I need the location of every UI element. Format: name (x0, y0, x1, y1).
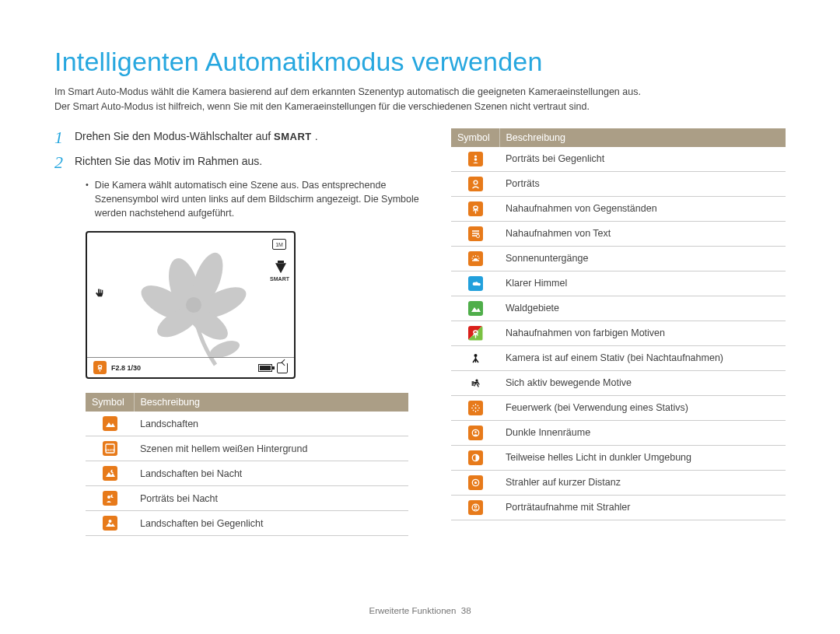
table-row: Kamera ist auf einem Stativ (bei Nachtau… (451, 345, 786, 370)
cell-desc: Sich aktiv bewegende Motive (499, 370, 786, 395)
partial-light-icon (468, 450, 483, 465)
page-title: Intelligenten Automatikmodus verwenden (54, 47, 786, 77)
cell-icon (451, 246, 499, 271)
resolution-label: 1M (275, 242, 283, 247)
table-row: Sich aktiv bewegende Motive (451, 370, 786, 395)
th-desc: Beschreibung (134, 393, 408, 412)
smart-label: SMART (274, 131, 312, 142)
table-row: Porträts bei Nacht (86, 486, 408, 511)
indoor-icon (468, 426, 483, 440)
cell-icon (451, 271, 499, 296)
cell-desc: Porträtaufnahme mit Strahler (499, 495, 786, 520)
table-row: Feuerwerk (bei Verwendung eines Stativs) (451, 395, 786, 420)
table-row: Nahaufnahmen von farbigen Motiven (451, 321, 786, 345)
fireworks-icon (468, 401, 483, 415)
cell-icon (451, 420, 499, 445)
cell-icon (451, 171, 499, 196)
cell-icon (451, 495, 499, 520)
camera-screen-illustration: 1M SMART (86, 231, 296, 379)
cell-icon (451, 445, 499, 470)
cell-desc: Porträts bei Gegenlicht (499, 147, 786, 172)
macro-text-icon (468, 226, 483, 241)
cell-icon (451, 221, 499, 246)
table-row: Nahaufnahmen von Text (451, 221, 786, 246)
cell-desc: Kamera ist auf einem Stativ (bei Nachtau… (499, 345, 786, 370)
cell-desc: Sonnenuntergänge (499, 246, 786, 271)
backlight-portrait-icon (468, 152, 483, 166)
scene-macro-icon (93, 361, 107, 374)
night-landscape-icon (103, 466, 117, 481)
table-row: Strahler auf kurzer Distanz (451, 470, 786, 495)
symbol-table-right: Symbol Beschreibung Porträts bei Gegenli… (451, 128, 786, 520)
table-row: Teilweise helles Licht in dunkler Umgebu… (451, 445, 786, 470)
sunset-icon (468, 251, 483, 266)
flash-smart-label: SMART (270, 276, 289, 282)
cell-icon (451, 470, 499, 495)
table-row: Dunkle Innenräume (451, 420, 786, 445)
intro-line-2: Der Smart Auto-Modus ist hilfreich, wenn… (54, 101, 590, 112)
cell-desc: Teilweise helles Licht in dunkler Umgebu… (499, 445, 786, 470)
table-row: Porträts bei Gegenlicht (451, 147, 786, 172)
bullet-dot: • (86, 178, 89, 220)
spotlight-icon (468, 475, 483, 490)
svg-point-24 (186, 297, 201, 313)
cell-icon (451, 321, 499, 345)
th-symbol-r: Symbol (451, 128, 499, 147)
step-2-text: Richten Sie das Motiv im Rahmen aus. (75, 153, 262, 170)
page-footer: Erweiterte Funktionen 38 (0, 606, 840, 615)
cell-icon (86, 511, 134, 536)
step-1-number: 1 (54, 128, 75, 147)
camera-bottom-bar: F2.8 1/30 (87, 357, 294, 377)
cell-icon (451, 370, 499, 395)
cell-icon (451, 395, 499, 420)
step-2: 2 Richten Sie das Motiv im Rahmen aus. (54, 153, 420, 172)
th-symbol: Symbol (86, 393, 134, 412)
table-row: Landschaften (86, 412, 408, 436)
bullet-text: Die Kamera wählt automatisch eine Szene … (95, 178, 420, 220)
backlight-landscape-icon (103, 516, 117, 531)
night-portrait-icon (103, 491, 117, 506)
bluesky-icon (468, 276, 483, 291)
cell-desc: Strahler auf kurzer Distanz (499, 470, 786, 495)
manual-page: Intelligenten Automatikmodus verwenden I… (0, 0, 840, 634)
intro-text: Im Smart Auto-Modus wählt die Kamera bas… (54, 85, 786, 114)
step-1-pre: Drehen Sie den Modus-Wählschalter auf (75, 130, 274, 142)
anti-shake-icon (93, 287, 107, 301)
white-icon (103, 441, 117, 456)
exposure-readout: F2.8 1/30 (111, 364, 141, 372)
flash-icon (275, 261, 286, 275)
intro-line-1: Im Smart Auto-Modus wählt die Kamera bas… (54, 86, 641, 97)
right-column: Symbol Beschreibung Porträts bei Gegenli… (451, 128, 786, 537)
flower-illustration (130, 244, 262, 369)
cell-icon (86, 436, 134, 461)
portrait-spot-icon (468, 500, 483, 515)
step-2-bullet: • Die Kamera wählt automatisch eine Szen… (86, 178, 420, 220)
forest-icon (468, 301, 483, 316)
macro-object-icon (468, 201, 483, 216)
cell-icon (86, 486, 134, 511)
cell-desc: Nahaufnahmen von Text (499, 221, 786, 246)
step-1-post: . (312, 130, 318, 142)
cell-desc: Landschaften bei Gegenlicht (134, 511, 408, 536)
tripod-icon (468, 351, 483, 366)
cell-desc: Landschaften (134, 412, 408, 436)
footer-section: Erweiterte Funktionen (369, 606, 456, 615)
cell-icon (86, 461, 134, 486)
step-2-number: 2 (54, 153, 75, 172)
cell-desc: Klarer Himmel (499, 271, 786, 296)
macro-color-icon (468, 326, 483, 341)
portrait-icon (468, 177, 483, 191)
cell-icon (451, 345, 499, 370)
table-row: Waldgebiete (451, 296, 786, 321)
landscape-icon (103, 416, 117, 431)
battery-icon (258, 364, 272, 372)
footer-page: 38 (461, 606, 471, 615)
table-row: Porträtaufnahme mit Strahler (451, 495, 786, 520)
cell-desc: Feuerwerk (bei Verwendung eines Stativs) (499, 395, 786, 420)
table-row: Landschaften bei Gegenlicht (86, 511, 408, 536)
symbol-table-left: Symbol Beschreibung LandschaftenSzenen m… (86, 393, 408, 536)
cell-icon (451, 147, 499, 172)
cell-icon (451, 296, 499, 321)
cell-desc: Landschaften bei Nacht (134, 461, 408, 486)
th-desc-r: Beschreibung (499, 128, 786, 147)
